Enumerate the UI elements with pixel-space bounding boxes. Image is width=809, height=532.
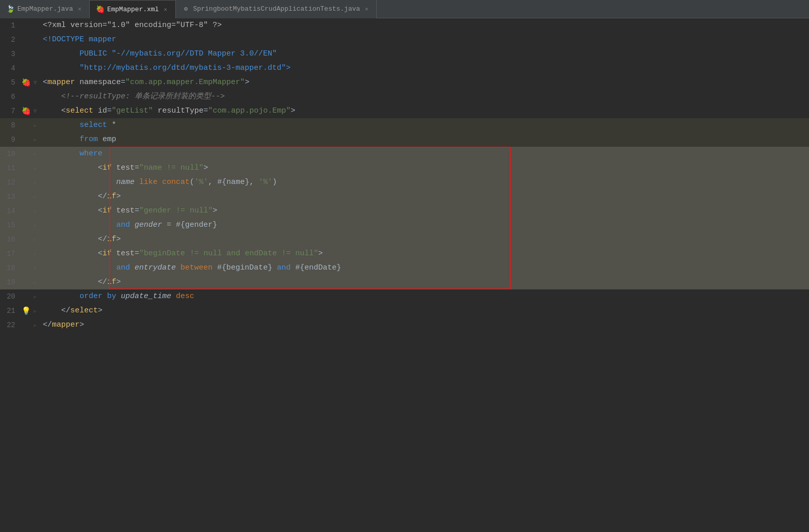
lines-area: 1 <?xml version="1.0" encoding="UTF-8" ?… [0,18,809,532]
line-row-13: 13 ▷ </if> [0,190,809,204]
fold-10[interactable]: ▷ [32,152,39,156]
line-number-14: 14 [0,207,20,215]
line-row-1: 1 <?xml version="1.0" encoding="UTF-8" ?… [0,18,809,33]
line-row-17: 17 ▷ <if test="beginDate != null and end… [0,247,809,261]
line-number-7: 7 [0,107,20,115]
gutter-icon-5: 🍓 [20,78,32,88]
line-number-12: 12 [0,178,20,187]
line-number-21: 21 [0,307,20,315]
code-3: PUBLIC "-//mybatis.org//DTD Mapper 3.0//… [39,47,277,61]
code-2: <!DOCTYPE mapper [39,33,116,47]
line-row-11: 11 ▷ <if test="name != null"> [0,161,809,175]
code-4: "http://mybatis.org/dtd/mybatis-3-mapper… [39,61,291,75]
line-number-1: 1 [0,21,20,30]
fold-17[interactable]: ▷ [32,252,39,256]
tab-springtest-close[interactable]: ✕ [363,6,370,13]
line-row-4: 4 "http://mybatis.org/dtd/mybatis-3-mapp… [0,61,809,75]
line-number-16: 16 [0,235,20,244]
ide-window: 🍃 EmpMapper.java ✕ 🍓 EmpMapper.xml ✕ ⚙ S… [0,0,809,532]
line-number-22: 22 [0,321,20,329]
fold-5[interactable]: ▽ [32,79,39,86]
line-row-8: 8 ▷ select * [0,118,809,132]
tab-empjava-label: EmpMapper.java [17,5,73,13]
line-row-6: 6 <!--resultType: 单条记录所封装的类型--> [0,90,809,104]
line-row-3: 3 PUBLIC "-//mybatis.org//DTD Mapper 3.0… [0,47,809,61]
code-11: <if test="name != null"> [39,161,208,175]
gutter-icon-21: 💡 [20,306,32,316]
code-1: <?xml version="1.0" encoding="UTF-8" ?> [39,18,222,33]
fold-7[interactable]: ▽ [32,108,39,114]
line-number-3: 3 [0,50,20,58]
fold-8[interactable]: ▷ [32,123,39,128]
editor-body: 1 <?xml version="1.0" encoding="UTF-8" ?… [0,18,809,532]
line-number-19: 19 [0,278,20,286]
fold-13[interactable]: ▷ [32,195,39,199]
line-row-16: 16 ▷ </if> [0,232,809,247]
fold-21[interactable]: ▷ [32,309,39,313]
tab-empjava-close[interactable]: ✕ [76,6,83,13]
fold-14[interactable]: ▷ [32,209,39,214]
tab-springtest[interactable]: ⚙ SpringbootMybatisCrudApplicationTests.… [176,0,377,18]
tab-empxml-label: EmpMapper.xml [107,6,159,13]
fold-18[interactable]: ▷ [32,266,39,271]
line-number-17: 17 [0,250,20,258]
line-number-8: 8 [0,121,20,129]
line-number-5: 5 [0,78,20,87]
line-row-20: 20 ▷ order by update_time desc [0,289,809,304]
line-row-22: 22 ▷ </mapper> [0,318,809,332]
line-number-20: 20 [0,292,20,301]
tab-empjava[interactable]: 🍃 EmpMapper.java ✕ [0,0,90,18]
tab-empxml-icon: 🍓 [96,5,104,13]
tab-empxml-close[interactable]: ✕ [162,6,169,13]
code-7: <select id="getList" resultType="com.app… [39,104,295,118]
line-number-11: 11 [0,164,20,172]
line-row-10: 10 ▷ where [0,147,809,161]
line-row-5: 5 🍓 ▽ <mapper namespace="com.app.mapper.… [0,75,809,90]
gutter-icon-7: 🍓 [20,107,32,116]
code-10: where [39,147,102,161]
line-number-15: 15 [0,221,20,229]
line-row-19: 19 ▷ </if> [0,275,809,289]
line-row-14: 14 ▷ <if test="gender != null"> [0,204,809,218]
tab-springtest-icon: ⚙ [182,5,190,13]
fold-16[interactable]: ▷ [32,237,39,242]
line-row-7: 7 🍓 ▽ <select id="getList" resultType="c… [0,104,809,118]
tab-bar: 🍃 EmpMapper.java ✕ 🍓 EmpMapper.xml ✕ ⚙ S… [0,0,809,18]
line-row-2: 2 <!DOCTYPE mapper [0,33,809,47]
code-12: name like concat('%', #{name}, '%') [39,175,277,190]
fold-12[interactable]: ▷ [32,180,39,185]
code-14: <if test="gender != null"> [39,204,217,218]
code-16: </if> [39,232,121,247]
tab-empxml[interactable]: 🍓 EmpMapper.xml ✕ [90,0,175,18]
fold-15[interactable]: ▷ [32,223,39,228]
code-21: </select> [39,304,102,318]
line-number-13: 13 [0,193,20,201]
fold-20[interactable]: ▷ [32,295,39,299]
line-number-4: 4 [0,64,20,72]
line-row-18: 18 ▷ and entrydate between #{beginDate} … [0,261,809,275]
code-17: <if test="beginDate != null and endDate … [39,247,323,261]
line-row-21: 21 💡 ▷ </select> [0,304,809,318]
line-number-10: 10 [0,150,20,158]
line-number-9: 9 [0,136,20,144]
code-15: and gender = #{gender} [39,218,217,232]
code-19: </if> [39,275,121,289]
fold-11[interactable]: ▷ [32,166,39,171]
line-number-6: 6 [0,93,20,101]
code-20: order by update_time desc [39,289,194,304]
code-6: <!--resultType: 单条记录所封装的类型--> [39,90,225,104]
line-number-18: 18 [0,264,20,272]
code-22: </mapper> [39,318,84,332]
code-9: from emp [39,132,116,147]
fold-9[interactable]: ▷ [32,138,39,142]
line-row-12: 12 ▷ name like concat('%', #{name}, '%') [0,175,809,190]
code-5: <mapper namespace="com.app.mapper.EmpMap… [39,75,249,90]
fold-19[interactable]: ▷ [32,280,39,285]
code-8: select * [39,118,116,132]
fold-22[interactable]: ▷ [32,323,39,328]
tab-empjava-icon: 🍃 [6,5,14,13]
code-13: </if> [39,190,121,204]
line-number-2: 2 [0,36,20,44]
line-row-15: 15 ▷ and gender = #{gender} [0,218,809,232]
tab-springtest-label: SpringbootMybatisCrudApplicationTests.ja… [193,5,360,13]
